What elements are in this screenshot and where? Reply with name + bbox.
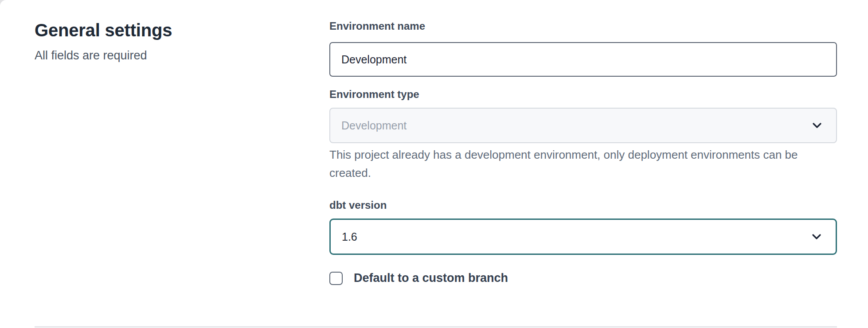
environment-name-input[interactable] bbox=[329, 42, 837, 77]
general-settings-form: Environment name Environment type Develo… bbox=[329, 0, 837, 285]
page-subtitle: All fields are required bbox=[35, 48, 283, 63]
environment-type-label: Environment type bbox=[329, 88, 837, 101]
chevron-down-icon bbox=[811, 120, 823, 131]
environment-type-helper: This project already has a development e… bbox=[329, 146, 826, 182]
environment-name-label: Environment name bbox=[329, 20, 837, 33]
custom-branch-row[interactable]: Default to a custom branch bbox=[329, 271, 837, 285]
card-corner-artifact bbox=[0, 0, 7, 7]
dbt-version-value: 1.6 bbox=[342, 230, 357, 243]
environment-type-select[interactable]: Development bbox=[329, 108, 837, 143]
chevron-down-icon bbox=[811, 231, 822, 242]
environment-settings-page: General settings All fields are required… bbox=[0, 0, 868, 328]
dbt-version-label: dbt version bbox=[329, 199, 837, 212]
environment-type-value: Development bbox=[341, 119, 407, 132]
dbt-version-select[interactable]: 1.6 bbox=[329, 219, 837, 255]
section-divider bbox=[35, 326, 837, 328]
page-title: General settings bbox=[35, 20, 283, 41]
section-header: General settings All fields are required bbox=[35, 20, 283, 63]
custom-branch-checkbox[interactable] bbox=[329, 272, 343, 285]
custom-branch-label: Default to a custom branch bbox=[354, 271, 508, 285]
